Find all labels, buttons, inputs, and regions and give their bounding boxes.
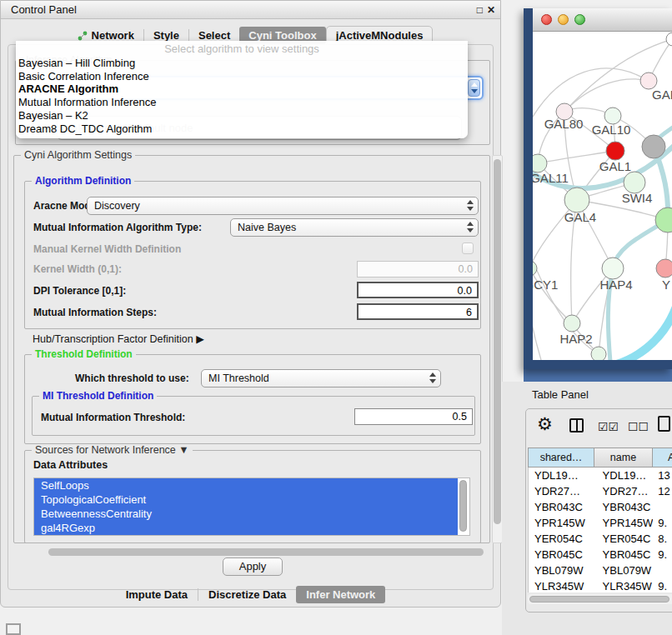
node-gcy1[interactable] [533, 261, 537, 276]
node-salmon[interactable] [656, 259, 672, 278]
table-row[interactable]: YDR27…YDR27…12 [529, 483, 672, 499]
select-all-icon[interactable]: ☑☑ [598, 420, 619, 433]
close-window-icon[interactable] [541, 14, 552, 25]
export-table-icon[interactable] [658, 416, 670, 432]
mi-steps-field[interactable]: 6 [357, 303, 479, 320]
table-row[interactable]: YDL19…YDL19…13 [529, 468, 672, 483]
list-scrollbar[interactable] [459, 480, 468, 533]
dpi-tolerance-label: DPI Tolerance [0,1]: [33, 285, 126, 297]
list-item[interactable]: gal4RGexp [34, 521, 458, 535]
manual-kernel-checkbox[interactable] [462, 242, 474, 254]
cyni-algorithm-settings-legend: Cyni Algorithm Settings [21, 149, 135, 161]
hub-definition-toggle[interactable]: Hub/Transcription Factor Definition ▶ [33, 332, 204, 345]
kernel-width-field[interactable]: 0.0 [357, 261, 479, 278]
columns-icon[interactable] [569, 418, 584, 432]
dropdown-placeholder: Select algorithm to view settings [16, 42, 468, 57]
node-label: GAL [652, 88, 672, 102]
mi-type-combobox[interactable]: Naive Bayes [230, 218, 479, 237]
dropdown-item[interactable]: Basic Correlation Inference [16, 70, 468, 83]
table-body: YDL19…YDL19…13 YDR27…YDR27…12 YBR043CYBR… [528, 468, 672, 592]
combobox-arrows-icon [467, 222, 474, 232]
node-partial[interactable] [666, 32, 672, 46]
dropdown-item-highlighted[interactable]: ARACNE Algorithm [16, 82, 468, 96]
combobox-arrows-icon [429, 372, 436, 383]
tab-infer-network[interactable]: Infer Network [296, 586, 385, 603]
node-gal10[interactable] [604, 108, 621, 124]
table-row[interactable]: YBR045CYBR045C9. [529, 547, 672, 562]
settings-horizontal-scrollbar[interactable] [13, 547, 490, 558]
data-attributes-label: Data Attributes [33, 459, 108, 471]
deselect-all-icon[interactable]: ☐☐ [628, 420, 649, 433]
algorithm-dropdown-popup: Select algorithm to view settings Bayesi… [16, 41, 468, 138]
table-header-row: shared… name A [528, 448, 672, 468]
data-attributes-list: SelfLoops TopologicalCoefficient Between… [33, 478, 470, 536]
zoom-window-icon[interactable] [574, 14, 585, 25]
list-item[interactable]: TopologicalCoefficient [34, 492, 458, 507]
which-threshold-combobox[interactable]: MI Threshold [201, 369, 441, 388]
node-label: GAL11 [533, 171, 569, 185]
aracne-mode-combobox[interactable]: Discovery [87, 197, 479, 215]
node-partial-bottom[interactable] [591, 347, 606, 360]
dropdown-item[interactable]: Mutual Information Inference [16, 96, 468, 109]
node-gal11[interactable] [533, 154, 547, 172]
table-row[interactable]: YPR145WYPR145W9. [529, 515, 672, 531]
node-gal1[interactable] [606, 142, 624, 160]
node-hap4[interactable] [602, 258, 624, 279]
apply-button[interactable]: Apply [223, 558, 283, 576]
node-gal4[interactable] [564, 188, 589, 212]
network-icon [78, 31, 88, 41]
column-header-clipped[interactable]: A [653, 448, 672, 468]
minimize-window-icon[interactable] [558, 14, 569, 25]
mi-threshold-definition-legend: MI Threshold Definition [39, 390, 157, 402]
dropdown-item[interactable]: Bayesian – K2 [16, 109, 468, 122]
table-row[interactable]: YER054CYER054C8. [529, 531, 672, 547]
node-label: GAL80 [544, 117, 584, 131]
dropdown-item[interactable]: Bayesian – Hill Climbing [16, 57, 468, 70]
column-header-shared-name[interactable]: shared… [528, 448, 594, 468]
gear-icon[interactable]: ⚙ [537, 414, 553, 434]
mi-steps-label: Mutual Information Steps: [33, 307, 157, 318]
node-label: GAL4 [564, 210, 596, 224]
mi-threshold-label: Mutual Information Threshold: [41, 412, 185, 423]
tab-discretize-data[interactable]: Discretize Data [198, 586, 296, 603]
sources-toggle[interactable]: Sources for Network Inference ▼ [32, 444, 193, 456]
table-row[interactable]: YLR345WYLR345W9. [529, 578, 672, 592]
control-panel-titlebar: Control Panel □ ✕ [1, 1, 500, 19]
close-panel-icon[interactable]: ✕ [487, 4, 495, 16]
network-view-window: GAL GAL80 GAL10 GAL1 GAL11 SWI4 GAL4 GCY… [524, 8, 672, 369]
mi-threshold-field[interactable]: 0.5 [354, 408, 473, 425]
table-horizontal-scrollbar[interactable] [528, 594, 672, 604]
control-panel-window: Control Panel □ ✕ Network Style Select C… [0, 0, 501, 608]
sources-group: Sources for Network Inference ▼ Data Att… [24, 450, 481, 543]
list-item[interactable]: BetweennessCentrality [34, 507, 458, 521]
which-threshold-label: Which threshold to use: [75, 372, 189, 384]
node-label: HAP2 [559, 332, 592, 346]
node-label: HAP4 [599, 278, 632, 292]
minimized-panel-icon[interactable] [6, 623, 21, 635]
algorithm-definition-group: Algorithm Definition Aracne Mode: Discov… [24, 181, 481, 329]
node-gray[interactable] [642, 135, 665, 158]
node-green-right[interactable] [655, 208, 672, 232]
network-canvas[interactable]: GAL GAL80 GAL10 GAL1 GAL11 SWI4 GAL4 GCY… [533, 32, 672, 360]
table-row[interactable]: YBR043CYBR043C [529, 499, 672, 515]
combobox-arrows-icon [467, 200, 474, 211]
table-panel: ⚙ ☑☑ ☐☐ shared… name A YDL19…YDL19…13 YD… [525, 408, 672, 612]
float-panel-icon[interactable]: □ [477, 4, 483, 16]
dpi-tolerance-field[interactable]: 0.0 [357, 282, 479, 298]
node-label: GAL10 [592, 122, 631, 137]
column-header-name[interactable]: name [594, 448, 653, 468]
node-hap2[interactable] [564, 315, 580, 332]
node-label: GCY1 [533, 278, 558, 292]
network-window-titlebar [533, 8, 672, 32]
algorithm-definition-legend: Algorithm Definition [32, 175, 134, 187]
list-item[interactable]: SelfLoops [34, 478, 458, 492]
bottom-tabs: Impute Data Discretize Data Infer Networ… [1, 584, 500, 604]
node-gal-top[interactable] [640, 72, 657, 89]
tab-impute-data[interactable]: Impute Data [116, 586, 198, 603]
table-row[interactable]: YBL079WYBL079W [529, 562, 672, 578]
control-panel-title: Control Panel [11, 3, 77, 16]
node-label: GAL1 [599, 159, 631, 173]
dropdown-item[interactable]: Dream8 DC_TDC Algorithm [16, 122, 468, 136]
combobox-stepper[interactable] [468, 79, 480, 97]
expand-down-icon: ▼ [178, 444, 188, 456]
